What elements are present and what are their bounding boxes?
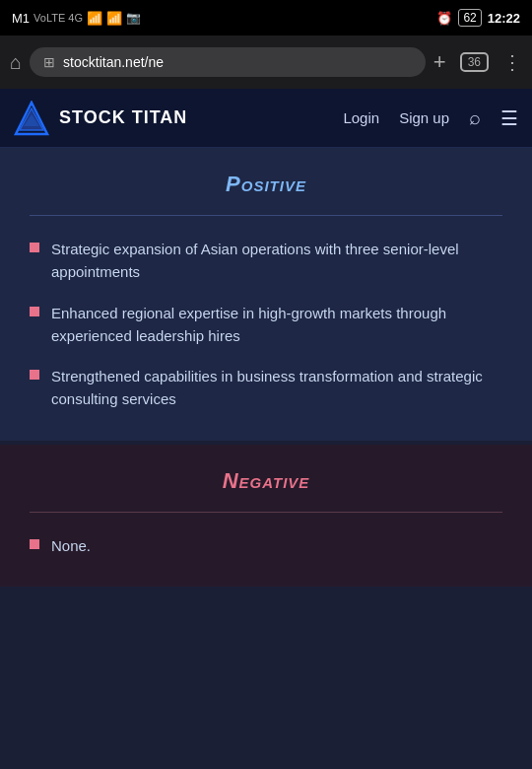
negative-none-item: None.: [30, 534, 502, 557]
bullet-icon: [30, 307, 39, 316]
signal-icon: 📶: [87, 11, 102, 26]
positive-bullet-list: Strategic expansion of Asian operations …: [30, 238, 502, 411]
negative-divider: [30, 512, 502, 513]
status-left: M1 VoLTE 4G 📶 📶 📷: [12, 11, 141, 26]
positive-section: Positive Strategic expansion of Asian op…: [0, 148, 532, 445]
bullet-icon: [30, 539, 39, 549]
negative-none-text: None.: [51, 534, 91, 557]
list-item: Strengthened capabilities in business tr…: [30, 365, 502, 411]
login-button[interactable]: Login: [343, 109, 379, 126]
time-label: 12:22: [488, 11, 520, 26]
navbar: STOCK TITAN Login Sign up ⌕ ☰: [0, 89, 532, 148]
instagram-icon: 📷: [126, 11, 141, 25]
battery-label: 62: [458, 9, 481, 27]
browser-chrome: ⌂ ⊞ stocktitan.net/ne + 36 ⋮: [0, 35, 532, 89]
logo-icon: [14, 101, 49, 136]
logo-text: STOCK TITAN: [59, 107, 187, 128]
network-label: VoLTE 4G: [33, 12, 83, 24]
tab-count-button[interactable]: 36: [460, 52, 489, 72]
negative-section: Negative None.: [0, 445, 532, 587]
list-item: Enhanced regional expertise in high-grow…: [30, 302, 502, 348]
logo-wrapper: STOCK TITAN: [14, 101, 343, 136]
positive-divider: [30, 215, 502, 216]
browser-actions: + 36 ⋮: [433, 49, 522, 75]
list-item: Strategic expansion of Asian operations …: [30, 238, 502, 284]
search-icon[interactable]: ⌕: [469, 106, 481, 129]
new-tab-button[interactable]: +: [433, 49, 446, 75]
main-content: Positive Strategic expansion of Asian op…: [0, 148, 532, 769]
alarm-icon: ⏰: [436, 11, 452, 26]
bullet-icon: [30, 243, 39, 252]
carrier-label: M1: [12, 11, 30, 26]
bullet-icon: [30, 370, 39, 380]
url-text: stocktitan.net/ne: [63, 54, 164, 70]
bullet-text-2: Enhanced regional expertise in high-grow…: [51, 302, 502, 348]
negative-title: Negative: [30, 468, 502, 494]
home-icon[interactable]: ⌂: [10, 51, 22, 74]
positive-title: Positive: [30, 172, 502, 197]
bullet-text-1: Strategic expansion of Asian operations …: [51, 238, 502, 284]
site-security-icon: ⊞: [43, 54, 55, 70]
bullet-text-3: Strengthened capabilities in business tr…: [51, 365, 502, 411]
wifi-icon: 📶: [106, 11, 122, 26]
signup-button[interactable]: Sign up: [399, 109, 449, 126]
nav-links: Login Sign up ⌕ ☰: [343, 106, 518, 130]
address-bar[interactable]: ⊞ stocktitan.net/ne: [30, 47, 426, 77]
browser-menu-button[interactable]: ⋮: [502, 50, 522, 74]
status-bar: M1 VoLTE 4G 📶 📶 📷 ⏰ 62 12:22: [0, 0, 532, 35]
menu-icon[interactable]: ☰: [500, 106, 518, 130]
status-right: ⏰ 62 12:22: [436, 9, 520, 27]
